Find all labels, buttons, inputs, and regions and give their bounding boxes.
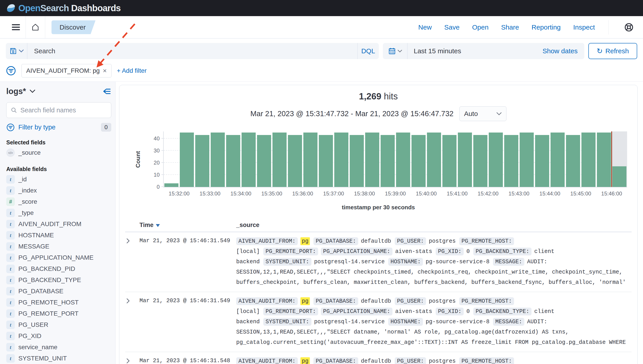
chart-time-range: Mar 21, 2023 @ 15:31:47.732 - Mar 21, 20… [250,110,453,118]
help-icon [624,22,634,32]
time-range-value[interactable]: Last 15 minutes [408,47,542,55]
show-dates-button[interactable]: Show dates [542,47,584,55]
field-name-badge: PG_REMOTE_HOST: [459,237,514,245]
field-value: postgres [429,298,456,304]
nav-link-save[interactable]: Save [444,24,460,31]
field-item-_source[interactable]: </>_source [6,147,111,158]
histogram-bar[interactable] [195,135,209,187]
field-label: PG_DATABASE [18,288,63,295]
field-item-PG_XID[interactable]: tPG_XID [6,330,111,342]
x-axis-label: timestamp per 30 seconds [125,204,632,211]
x-tick-label: 15:38:00 [354,190,375,197]
query-language-button[interactable]: DQL [357,43,379,59]
field-item-PG_DATABASE[interactable]: tPG_DATABASE [6,286,111,297]
text-field-icon: t [6,242,15,251]
histogram-bar[interactable] [550,132,565,187]
field-item-_score[interactable]: #_score [6,196,111,207]
histogram-bar[interactable] [380,135,395,187]
expand-row-button[interactable] [125,236,140,288]
field-search-input[interactable] [20,106,107,114]
column-header-time[interactable]: Time [140,222,236,228]
filter-bar: AIVEN_AUDIT_FROM: pg × + Add filter [0,62,643,82]
histogram-bar[interactable] [535,135,549,187]
field-item-_id[interactable]: t_id [6,174,111,185]
help-button[interactable] [621,22,637,32]
field-item-service_name[interactable]: tservice_name [6,342,111,353]
histogram-bar[interactable] [365,132,379,187]
x-tick-label: 15:43:00 [508,190,529,197]
histogram-bar[interactable] [242,132,256,187]
histogram-bar[interactable] [566,135,580,187]
field-item-MESSAGE[interactable]: tMESSAGE [6,241,111,252]
histogram-bar[interactable] [257,135,271,187]
histogram-bar[interactable] [412,135,426,187]
histogram-bar[interactable] [211,132,225,187]
histogram-bar[interactable] [334,132,348,187]
add-filter-button[interactable]: + Add filter [117,67,147,74]
nav-link-new[interactable]: New [418,24,432,31]
text-field-icon: t [6,298,15,307]
histogram-bar[interactable] [612,166,626,187]
saved-query-button[interactable] [6,43,27,59]
logo-dashboards: Dashboards [71,3,121,13]
field-item-PG_APPLICATION_NAME[interactable]: tPG_APPLICATION_NAME [6,252,111,263]
interval-select[interactable]: Auto [460,106,506,121]
nav-link-inspect[interactable]: Inspect [573,24,595,31]
filter-by-type-button[interactable]: Filter by type 0 [6,123,111,132]
field-label: PG_BACKEND_PID [18,265,75,272]
date-picker-button[interactable] [383,43,408,59]
expand-row-button[interactable] [125,296,140,348]
nav-link-reporting[interactable]: Reporting [532,24,560,31]
histogram-bar[interactable] [597,132,611,187]
text-field-icon: t [6,175,15,184]
nav-link-open[interactable]: Open [472,24,488,31]
search-input[interactable] [27,43,357,59]
field-item-PG_REMOTE_HOST[interactable]: tPG_REMOTE_HOST [6,297,111,308]
histogram-bar[interactable] [442,135,456,187]
histogram-bar[interactable] [180,132,194,187]
field-item-_type[interactable]: t_type [6,207,111,218]
nav-link-share[interactable]: Share [501,24,519,31]
tab-discover[interactable]: Discover [52,20,96,34]
refresh-button[interactable]: ↻ Refresh [588,43,637,59]
collapse-sidebar-button[interactable] [102,87,111,96]
index-pattern-selector[interactable]: logs* [6,87,35,96]
histogram-bar[interactable] [303,132,318,187]
histogram-bar[interactable] [272,132,286,187]
histogram-plot-area: 01020304015:32:0015:33:0015:34:0015:35:0… [163,132,627,187]
field-label: _type [18,209,34,216]
expand-row-button[interactable] [125,356,140,364]
home-button[interactable] [26,16,45,38]
histogram-bar[interactable] [226,135,240,187]
histogram-bar[interactable] [504,135,518,187]
field-item-SYSTEMD_UNIT[interactable]: tSYSTEMD_UNIT [6,353,111,364]
histogram-bar[interactable] [582,132,596,187]
field-item-_index[interactable]: t_index [6,185,111,196]
field-item-PG_BACKEND_TYPE[interactable]: tPG_BACKEND_TYPE [6,274,111,286]
remove-filter-icon[interactable]: × [103,67,107,74]
histogram-bar[interactable] [350,135,364,187]
histogram-bar[interactable] [164,183,178,187]
field-value: aiven-stats [395,248,432,255]
histogram-chart[interactable]: Count 01020304015:32:0015:33:0015:34:001… [163,132,627,187]
histogram-bar[interactable] [458,132,472,187]
histogram-bar[interactable] [288,135,302,187]
save-query-icon [10,47,17,55]
text-field-icon: t [6,220,15,228]
field-item-PG_USER[interactable]: tPG_USER [6,319,111,330]
field-name-badge: PG_REMOTE_PORT: [263,248,318,256]
histogram-bar[interactable] [319,135,333,187]
filter-pill-aiven-audit-from[interactable]: AIVEN_AUDIT_FROM: pg × [22,64,112,78]
menu-button[interactable] [6,16,26,38]
histogram-bar[interactable] [520,132,534,187]
histogram-bar[interactable] [427,132,441,187]
opensearch-logo[interactable]: OpenSearchDashboards [6,3,121,13]
histogram-bar[interactable] [473,135,488,187]
histogram-bar[interactable] [396,132,410,187]
field-item-PG_BACKEND_PID[interactable]: tPG_BACKEND_PID [6,263,111,274]
field-item-HOSTNAME[interactable]: tHOSTNAME [6,230,111,241]
field-item-AIVEN_AUDIT_FROM[interactable]: tAIVEN_AUDIT_FROM [6,218,111,230]
histogram-bar[interactable] [489,132,503,187]
field-item-PG_REMOTE_PORT[interactable]: tPG_REMOTE_PORT [6,308,111,319]
query-bar: DQL Last 15 minutes Show dates ↻ Refresh [0,38,643,62]
